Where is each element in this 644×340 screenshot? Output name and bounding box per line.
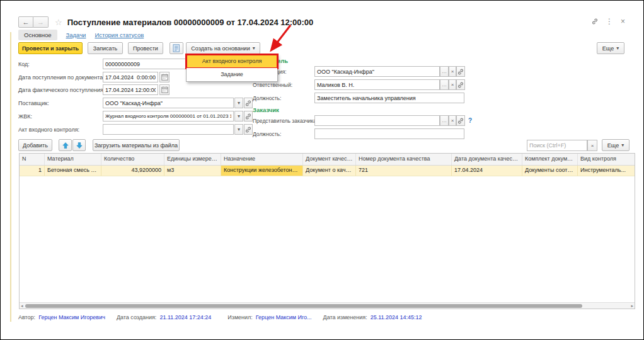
help-icon[interactable]: ? [468,117,472,124]
zhvk-open-link-button[interactable] [244,111,253,122]
organization-open-link-button[interactable] [456,66,465,77]
post-and-close-button[interactable]: Провести и закрыть [18,42,83,54]
subordination-structure-button[interactable] [170,42,183,54]
cell-quantity[interactable]: 43,9200000 [101,166,164,176]
create-based-on-menu: Акт входного контроля Задание [186,54,278,82]
add-row-label: Добавить [23,142,48,149]
items-table: N Материал Количество Единицы измерения … [19,153,635,309]
supplier-open-link-button[interactable] [244,98,253,108]
close-icon[interactable]: × [621,17,625,26]
supplier-input[interactable] [103,98,234,108]
move-up-button[interactable] [59,139,72,151]
load-from-file-label: Загрузить материалы из файла [95,142,178,149]
representative-clear-button[interactable]: × [449,115,456,126]
scrollbar-thumb[interactable] [25,304,582,308]
position-label: Должность: [253,95,281,101]
clear-search-button[interactable]: × [587,140,597,151]
modified-by-label: Изменил: [227,314,253,320]
cell-doc-set[interactable]: Документы соответст... [522,166,578,176]
link-icon [245,113,251,120]
scroll-right-icon[interactable]: ▸ [631,303,633,309]
tab-tasks[interactable]: Задачи [66,31,86,38]
organization-clear-button[interactable]: × [449,66,456,77]
favorite-star-icon[interactable]: ☆ [55,18,62,27]
back-button[interactable]: ← [18,16,33,28]
doc-date-input[interactable] [103,72,158,82]
column-header-control-type: Вид контроля [578,154,635,165]
zhvk-label: ЖВК: [18,113,32,120]
link-icon [457,69,464,75]
create-based-on-label: Создать на основании [191,45,250,52]
doc-date-label: Дата поступления по документам: [18,74,108,81]
write-button[interactable]: Записать [88,42,123,54]
representative-open-link-button[interactable] [456,115,465,126]
tab-main[interactable]: Основное [18,30,57,40]
caret-down-icon: ▾ [616,45,619,51]
column-header-quantity: Количество [101,154,164,165]
responsible-open-link-button[interactable] [456,79,465,90]
calendar-button[interactable] [159,84,170,95]
horizontal-scrollbar[interactable]: ◂ ▸ [20,302,635,309]
table-header-row: N Материал Количество Единицы измерения … [20,154,635,166]
customer-representative-input[interactable] [314,115,440,126]
post-button[interactable]: Провести [128,42,163,54]
get-link-icon[interactable] [592,18,598,25]
cell-control-type[interactable]: Инструменталь... [578,166,635,176]
caret-down-icon: ▾ [253,45,255,51]
cell-quality-doc-number[interactable]: 721 [356,166,452,176]
more-vertical-icon[interactable]: ⋮ [606,17,613,26]
load-from-file-button[interactable]: Загрузить материалы из файла [93,139,180,151]
control-act-dropdown-button[interactable]: ▾ [234,124,243,135]
responsible-choose-button[interactable]: … [440,79,449,90]
column-header-quality-doc: Документ качества [303,154,356,165]
author-link[interactable]: Герцен Максим Игоревич [38,314,105,320]
organization-choose-button[interactable]: … [440,66,449,77]
modified-by-link[interactable]: Герцен Максим Иго... [256,314,312,320]
add-row-button[interactable]: Добавить [18,139,52,151]
responsible-clear-button[interactable]: × [449,79,456,90]
actual-date-input[interactable] [103,84,158,95]
link-icon [245,100,251,106]
control-act-input[interactable] [103,124,234,135]
cell-material[interactable]: Бетонная смесь В3... [45,166,101,176]
cell-n[interactable]: 1 [20,166,45,176]
organization-input[interactable] [314,66,440,77]
calendar-icon [161,74,168,81]
post-label: Провести [133,45,158,52]
move-down-button[interactable] [72,139,86,151]
control-act-open-link-button[interactable] [244,124,253,135]
create-based-on-button[interactable]: Создать на основании ▾ [186,42,260,54]
forward-button[interactable]: → [33,16,49,28]
menu-item-task[interactable]: Задание [187,68,277,81]
items-more-button[interactable]: Еще ▾ [602,139,630,151]
post-and-close-label: Провести и закрыть [22,45,79,52]
zhvk-input[interactable] [103,111,234,122]
items-more-label: Еще [607,142,619,149]
zhvk-dropdown-button[interactable]: ▾ [234,111,243,122]
table-row[interactable]: 1 Бетонная смесь В3... 43,9200000 м3 Кон… [20,166,635,176]
form-left-divider [10,32,11,322]
form-more-label: Еще [602,45,614,52]
cell-unit[interactable]: м3 [164,166,221,176]
calendar-icon [161,86,168,93]
calendar-button[interactable] [159,72,170,82]
tab-status-history[interactable]: История статусов [95,31,144,38]
column-header-n: N [20,154,45,165]
representative-choose-button[interactable]: … [440,115,449,126]
responsible-input[interactable] [314,79,440,90]
search-input[interactable] [527,140,587,151]
position-input[interactable] [314,93,464,103]
menu-item-incoming-control-act[interactable]: Акт входного контроля [187,55,277,68]
cell-quality-doc[interactable]: Документ о качест... [303,166,356,176]
created-value: 21.11.2024 17:24:24 [159,314,211,320]
supplier-label: Поставщик: [18,100,49,106]
title-bar: ← → ☆ Поступление материалов 00000000009… [18,16,313,28]
supplier-dropdown-button[interactable]: ▾ [234,98,243,108]
column-header-unit: Единицы измерения [164,154,221,165]
customer-representative-label: Представитель заказчика: [253,118,318,124]
customer-position-input[interactable] [314,128,464,139]
cell-quality-doc-date[interactable]: 17.04.2024 [452,166,522,176]
form-more-button[interactable]: Еще ▾ [597,42,624,54]
cell-purpose-selected[interactable]: Конструкции железобетонные [221,166,303,176]
scroll-left-icon[interactable]: ◂ [21,303,23,309]
